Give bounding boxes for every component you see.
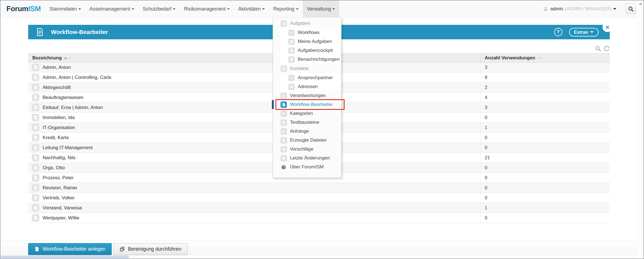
dropdown-menu-item[interactable]: Erzeugte Dateien [273, 136, 341, 145]
dropdown-menu-item[interactable]: Benachrichtigungen [280, 55, 341, 64]
search-icon[interactable] [595, 45, 601, 52]
menu-item-label: Kontakte [290, 66, 309, 71]
chevron-down-icon [590, 31, 594, 33]
main-menu-item-label: Verwaltung [307, 6, 331, 12]
table-row[interactable]: Wertpapier, Willie 0 [28, 213, 610, 223]
close-button[interactable]: × [602, 22, 612, 32]
row-name: Prozess, Peter [43, 175, 74, 181]
dropdown-menu-item[interactable]: Vorschläge [273, 145, 341, 154]
row-name-cell: Nachhaltig, Nils [28, 153, 480, 163]
user-menu[interactable]: admin (ADMIN / MANAGER) [543, 6, 616, 12]
clone-icon [120, 247, 125, 251]
page-title: Workflow-Bearbeiter [51, 29, 108, 35]
sort-up-icon [537, 57, 540, 60]
app-logo[interactable]: ForumISM [6, 4, 41, 13]
chevron-down-icon [613, 8, 616, 10]
row-name: Admin, Anton [43, 65, 71, 70]
main-menu-item[interactable]: Verwaltung [303, 0, 340, 18]
dropdown-menu-item[interactable]: Ansprechpartner [280, 73, 341, 82]
row-name-cell: Orga, Otto [28, 163, 480, 173]
cleanup-button[interactable]: Bereinigung durchführen [113, 243, 188, 255]
row-name-cell: Admin, Anton [28, 62, 480, 72]
dropdown-menu-item[interactable]: Workflows [280, 28, 341, 37]
vertical-scrollbar[interactable] [636, 0, 644, 259]
main-menu: Stammdaten Assetmanagement Schutzbedarf … [45, 0, 339, 18]
row-name: Wertpapier, Willie [43, 215, 79, 221]
chevron-down-icon [262, 8, 265, 10]
row-name-cell: Aktivgeschäft [28, 83, 480, 92]
dropdown-menu-item[interactable]: Aufgaben [273, 19, 341, 28]
create-workflow-editor-button[interactable]: Workflow-Bearbeiter anlegen [28, 243, 112, 255]
row-name-cell: Revision, Rainer [28, 183, 480, 193]
main-menu-item-label: Risikomanagement [184, 6, 226, 12]
global-search-button[interactable] [626, 4, 636, 14]
menu-item-icon [280, 110, 287, 117]
user-name: admin [550, 6, 563, 12]
row-usage-count: 0 [480, 173, 610, 183]
document-tile-icon [32, 144, 39, 151]
menu-item-icon [280, 93, 287, 99]
extras-button[interactable]: Extras [569, 28, 599, 37]
user-icon [543, 7, 548, 11]
row-name-cell: Immobilien, Ida [28, 113, 480, 122]
row-name-cell: Vertrieb, Volker [28, 193, 480, 203]
document-tile-icon [32, 134, 39, 141]
column-header-bezeichnung[interactable]: Bezeichnung [28, 54, 480, 62]
chevron-down-icon [227, 8, 230, 10]
menu-item-icon [280, 137, 287, 144]
dropdown-menu-item[interactable]: Über ForumISM [273, 163, 341, 171]
main-menu-item-label: Aktivitäten [238, 6, 261, 12]
table-row[interactable]: Revision, Rainer 0 [28, 183, 610, 193]
main-menu-item[interactable]: Stammdaten [45, 0, 85, 18]
menu-item-icon [288, 75, 295, 81]
menu-item-label: Über ForumISM [290, 164, 324, 170]
horizontal-scrollbar[interactable] [0, 255, 637, 259]
row-name: Orga, Otto [43, 165, 65, 171]
dropdown-menu-item[interactable]: Kategorien [273, 109, 341, 118]
document-tile-icon [32, 74, 39, 81]
help-button[interactable]: ? [554, 28, 562, 36]
dropdown-menu-item[interactable]: Meine Aufgaben [280, 37, 341, 46]
row-name: Revision, Rainer [43, 185, 77, 191]
file-icon [35, 247, 39, 251]
sort-down-icon [67, 56, 70, 59]
logo-text-dark: Forum [6, 4, 28, 13]
dropdown-menu-item[interactable]: Kontakte [273, 64, 341, 73]
dropdown-menu-item[interactable]: Adressen [280, 82, 341, 91]
main-menu-item[interactable]: Schutzbedarf [138, 0, 180, 18]
main-menu-item[interactable]: Aktivitäten [234, 0, 269, 18]
horizontal-scrollbar-thumb[interactable] [1, 256, 129, 258]
menu-item-icon [280, 119, 287, 126]
row-name: Einkauf, Erna | Admin, Anton [43, 105, 103, 110]
dropdown-menu-item[interactable]: Workflow-Bearbeiter [273, 100, 341, 109]
main-menu-item[interactable]: Assetmanagement [85, 0, 138, 18]
menu-item-label: Ansprechpartner [298, 75, 333, 81]
refresh-icon[interactable] [604, 45, 610, 52]
dropdown-menu-item[interactable]: Aufgabencockpit [280, 46, 341, 55]
navbar-right: admin (ADMIN / MANAGER) [543, 4, 637, 14]
row-usage-count: 0 [480, 193, 610, 203]
dropdown-menu-item[interactable]: Letzte Änderungen [273, 154, 341, 163]
row-name-cell: IT-Organisation [28, 123, 480, 132]
column-header-anzahl-verwendungen[interactable]: Anzahl Verwendungen [480, 54, 610, 62]
sort-asc-icon [64, 57, 67, 59]
dropdown-menu-item[interactable]: Anhänge [273, 127, 341, 136]
row-usage-count: 0 [480, 143, 610, 153]
menu-item-icon [288, 30, 295, 36]
sort-indicator [537, 56, 543, 60]
menu-item-label: Erzeugte Dateien [290, 137, 326, 143]
document-tile-icon [32, 94, 39, 101]
scroll-up-arrow-icon[interactable] [639, 3, 642, 5]
menu-item-label: Verantwortungen [290, 93, 326, 98]
sort-indicator [64, 57, 70, 59]
table-row[interactable]: Vorstand, Vanessa 1 [28, 203, 610, 213]
dropdown-menu-item[interactable]: Textbausteine [273, 118, 341, 127]
main-menu-item[interactable]: Reporting [269, 0, 303, 18]
dropdown-menu-item[interactable]: Verantwortungen [273, 91, 341, 100]
main-menu-item[interactable]: Risikomanagement [180, 0, 234, 18]
user-roles: (ADMIN / MANAGER) [565, 6, 611, 12]
row-usage-count: 2 [480, 83, 610, 92]
table-row[interactable]: Vertrieb, Volker 0 [28, 193, 610, 203]
row-usage-count: 1 [480, 123, 610, 132]
row-name-cell: Einkauf, Erna | Admin, Anton [28, 103, 480, 112]
